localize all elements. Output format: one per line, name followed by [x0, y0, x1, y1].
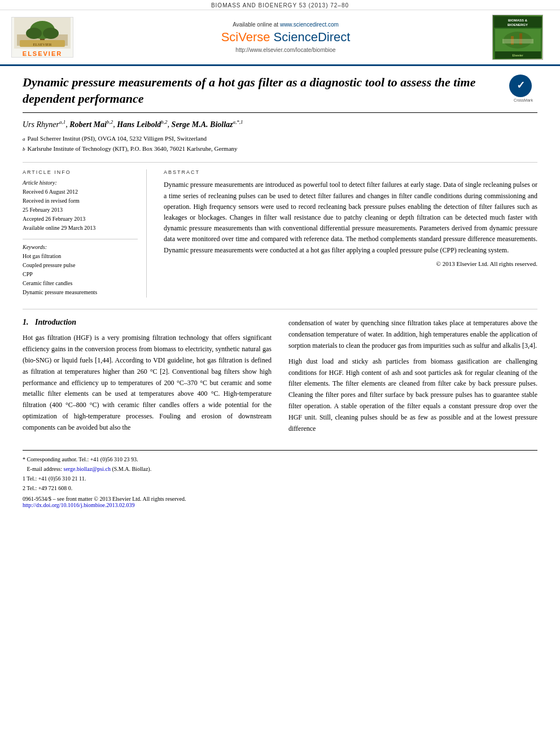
section-number: 1. — [23, 318, 29, 326]
body-content: 1. Introduction Hot gas filtration (HGF)… — [23, 318, 537, 439]
available-online-text: Available online at www.sciencedirect.co… — [90, 21, 481, 28]
svg-point-5 — [43, 28, 59, 39]
body-right-col: condensation of water by quenching since… — [288, 318, 537, 439]
svg-text:✓: ✓ — [517, 80, 525, 91]
affiliation-b: b Karlsruhe Institute of Technology (KIT… — [23, 144, 537, 154]
crossmark-text: CrossMark — [509, 98, 537, 102]
doi-link[interactable]: http://dx.doi.org/10.1016/j.biombioe.201… — [23, 502, 134, 508]
sciverse-logo: SciVerse ScienceDirect — [90, 30, 481, 45]
corresponding-author: * Corresponding author. Tel.: +41 (0)56 … — [23, 455, 537, 464]
authors-line: Urs Rhynera,1, Robert Maib,2, Hans Leibo… — [23, 119, 537, 130]
article-info-col: ARTICLE INFO Article history: Received 6… — [23, 169, 147, 298]
accepted-date: Accepted 26 February 2013 — [23, 215, 138, 223]
keyword-5: Dynamic pressure measurements — [23, 289, 138, 296]
abstract-col: ABSTRACT Dynamic pressure measurements a… — [164, 169, 537, 298]
introduction-heading: Introduction — [35, 318, 76, 326]
introduction-title: 1. Introduction — [23, 318, 272, 327]
svg-text:ELSEVIER: ELSEVIER — [33, 42, 51, 47]
footnotes-section: * Corresponding author. Tel.: +41 (0)56 … — [23, 450, 537, 508]
svg-text:Elsevier: Elsevier — [512, 54, 523, 57]
journal-cover-svg: BIOMASS & BIOENERGY Elsevier — [494, 16, 542, 59]
keyword-2: Coupled pressure pulse — [23, 261, 138, 269]
elsevier-brand: ELSEVIER — [23, 50, 62, 57]
footnote-2: 2 Tel.: +49 721 608 0. — [23, 484, 537, 492]
article-info-header: ARTICLE INFO — [23, 169, 138, 175]
abstract-header: ABSTRACT — [164, 169, 537, 175]
keyword-4: Ceramic filter candles — [23, 279, 138, 287]
journal-bar-text: BIOMASS AND BIOENERGY 53 (2013) 72–80 — [211, 2, 349, 8]
svg-text:BIOMASS &: BIOMASS & — [508, 19, 527, 22]
abstract-text: Dynamic pressure measurements are introd… — [164, 180, 537, 269]
elsevier-tree-svg: ELSEVIER — [14, 18, 71, 49]
title-section: Dynamic pressure measurements of a hot g… — [23, 75, 537, 113]
affiliations: a Paul Scherrer Institut (PSI), OVGA 104… — [23, 134, 537, 154]
history-label: Article history: — [23, 180, 138, 186]
footnote-1: 1 Tel.: +41 (0)56 310 21 11. — [23, 474, 537, 483]
keywords-label: Keywords: — [23, 244, 138, 250]
available-online-date: Available online 29 March 2013 — [23, 224, 138, 232]
issn-line: 0961-9534/$ – see front matter © 2013 El… — [23, 496, 537, 502]
crossmark-badge: ✓ CrossMark — [509, 75, 537, 102]
elsevier-logo-container: ELSEVIER ELSEVIER — [11, 17, 79, 58]
svg-text:BIOENERGY: BIOENERGY — [507, 23, 527, 27]
journal-cover-box: BIOMASS & BIOENERGY Elsevier — [492, 15, 543, 60]
doi-line: http://dx.doi.org/10.1016/j.biombioe.201… — [23, 502, 537, 508]
journal-bar: BIOMASS AND BIOENERGY 53 (2013) 72–80 — [0, 0, 560, 10]
keyword-3: CPP — [23, 270, 138, 278]
svg-rect-16 — [502, 39, 533, 43]
svg-point-4 — [26, 28, 42, 39]
keyword-1: Hot gas filtration — [23, 252, 138, 260]
sciencedirect-info: Available online at www.sciencedirect.co… — [79, 21, 492, 53]
elsevier-visual: ELSEVIER ELSEVIER — [11, 17, 73, 58]
article-history: Article history: Received 6 August 2012 … — [23, 180, 138, 232]
received-date: Received 6 August 2012 — [23, 188, 138, 196]
email-line: E-mail address: serge.biollaz@psi.ch (S.… — [23, 465, 537, 473]
page-header: ELSEVIER ELSEVIER Available online at ww… — [0, 10, 560, 66]
body-left-col: 1. Introduction Hot gas filtration (HGF)… — [23, 318, 272, 439]
email-link[interactable]: serge.biollaz@psi.ch — [63, 466, 110, 472]
article-info-abstract: ARTICLE INFO Article history: Received 6… — [23, 162, 537, 298]
sciverse-url-link[interactable]: www.sciencedirect.com — [280, 21, 339, 28]
keywords-section: Keywords: Hot gas filtration Coupled pre… — [23, 239, 138, 296]
copyright-notice: © 2013 Elsevier Ltd. All rights reserved… — [164, 259, 537, 269]
intro-right-text: condensation of water by quenching since… — [288, 318, 537, 434]
article-title: Dynamic pressure measurements of a hot g… — [23, 75, 498, 107]
journal-cover: BIOMASS & BIOENERGY Elsevier — [492, 15, 549, 60]
main-content: Dynamic pressure measurements of a hot g… — [0, 66, 560, 519]
revised-label: Received in revised form — [23, 197, 138, 205]
elsevier-url: http://www.elsevier.com/locate/biombioe — [90, 47, 481, 53]
intro-left-text: Hot gas filtration (HGF) is a very promi… — [23, 333, 272, 433]
affiliation-a: a Paul Scherrer Institut (PSI), OVGA 104… — [23, 134, 537, 144]
revised-date: 25 February 2013 — [23, 206, 138, 214]
section-divider — [23, 309, 537, 309]
crossmark-icon: ✓ — [509, 75, 532, 97]
